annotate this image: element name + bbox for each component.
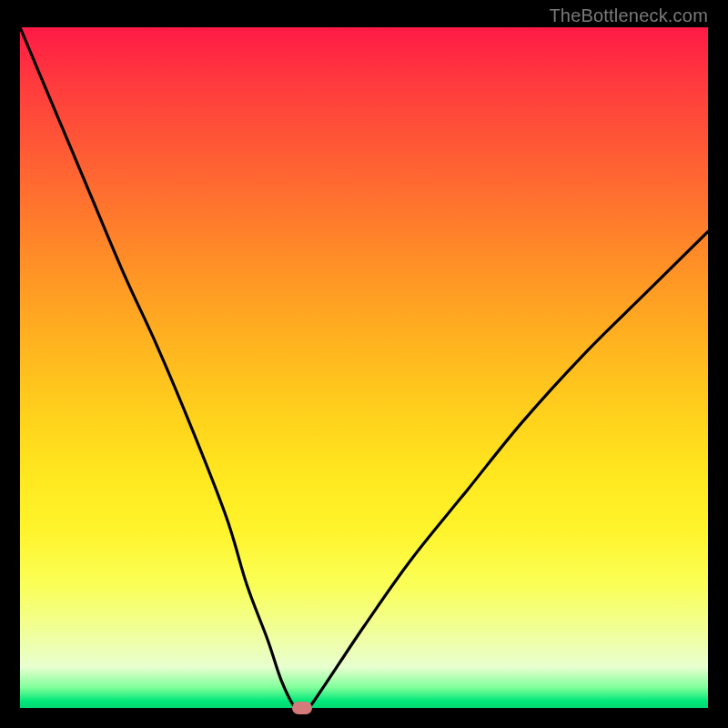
bottleneck-curve <box>20 27 708 708</box>
plot-area <box>20 27 708 708</box>
optimal-point-marker <box>292 702 312 714</box>
chart-container: TheBottleneck.com <box>0 0 728 728</box>
watermark-text: TheBottleneck.com <box>549 5 708 26</box>
